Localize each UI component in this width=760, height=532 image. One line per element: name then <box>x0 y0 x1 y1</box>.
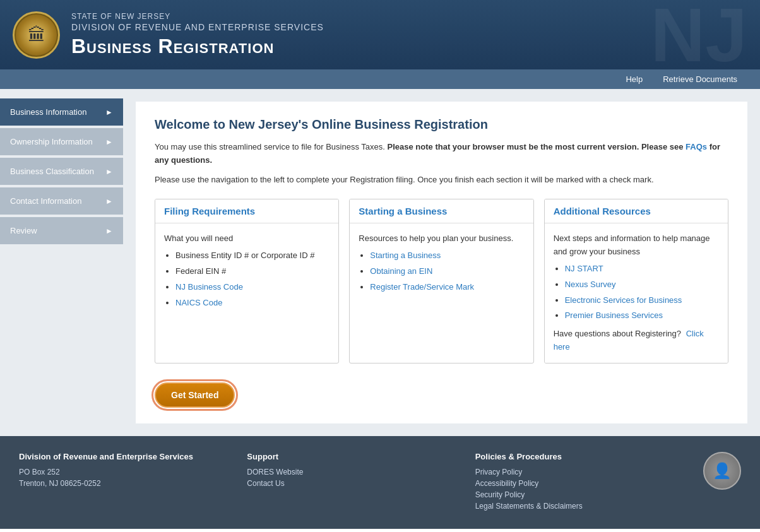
register-trade-link[interactable]: Register Trade/Service Mark <box>370 282 474 292</box>
intro-paragraph-2: Please use the navigation to the left to… <box>155 174 728 187</box>
sidebar-item-business-classification[interactable]: Business Classification ► <box>0 158 123 185</box>
sidebar-item-ownership-information[interactable]: Ownership Information ► <box>0 128 123 155</box>
starting-a-business-card: Starting a Business Resources to help yo… <box>349 199 533 363</box>
footer-address1: PO Box 252 <box>19 468 247 476</box>
additional-resources-card: Additional Resources Next steps and info… <box>544 199 728 363</box>
page-header: 🏛 State of New Jersey Division of Revenu… <box>0 0 760 69</box>
sidebar-item-label: Ownership Information <box>10 137 93 146</box>
security-policy-link[interactable]: Security Policy <box>475 490 703 499</box>
additional-list: NJ START Nexus Survey Electronic Service… <box>554 263 719 322</box>
filing-requirements-card: Filing Requirements What you will need B… <box>155 199 339 363</box>
watermark: NJ <box>651 0 747 78</box>
naics-code-link[interactable]: NAICS Code <box>175 298 222 307</box>
help-link[interactable]: Help <box>615 69 653 89</box>
division-name: Division of Revenue and Enterprise Servi… <box>71 22 324 32</box>
starting-business-link[interactable]: Starting a Business <box>370 251 441 260</box>
list-item: Federal EIN # <box>175 265 330 278</box>
list-item: NJ Business Code <box>175 281 330 294</box>
additional-intro: Next steps and information to help manag… <box>554 233 710 256</box>
list-item: Electronic Services for Business <box>565 294 719 307</box>
cards-row: Filing Requirements What you will need B… <box>155 199 728 363</box>
sidebar-item-label: Business Information <box>10 107 86 117</box>
chevron-right-icon: ► <box>105 167 113 176</box>
list-item: Nexus Survey <box>565 278 719 292</box>
top-navbar: Help Retrieve Documents <box>0 69 760 89</box>
list-item: Starting a Business <box>370 249 524 263</box>
nj-business-code-link[interactable]: NJ Business Code <box>175 282 243 292</box>
seal-inner: 🏛 <box>16 15 57 56</box>
welcome-heading: Welcome to New Jersey's Online Business … <box>155 117 728 132</box>
footer-seal: 👤 <box>703 452 741 490</box>
state-name: State of New Jersey <box>71 12 324 21</box>
starting-list: Starting a Business Obtaining an EIN Reg… <box>359 249 524 293</box>
question-label: Have questions about Registering? <box>554 329 681 338</box>
electronic-services-link[interactable]: Electronic Services for Business <box>565 295 682 305</box>
sidebar-item-business-information[interactable]: Business Information ► <box>0 98 123 126</box>
question-text: Have questions about Registering? Click … <box>554 328 719 354</box>
nj-start-link[interactable]: NJ START <box>565 264 603 273</box>
starting-intro: Resources to help you plan your business… <box>359 233 513 243</box>
sidebar: Business Information ► Ownership Informa… <box>0 89 123 436</box>
page-title: Business Registration <box>71 35 324 58</box>
sidebar-item-contact-information[interactable]: Contact Information ► <box>0 187 123 215</box>
contact-us-link[interactable]: Contact Us <box>247 479 475 488</box>
list-item: Obtaining an EIN <box>370 265 524 278</box>
starting-business-body: Resources to help you plan your business… <box>350 223 533 305</box>
footer-support-col: Support DORES Website Contact Us <box>247 452 475 490</box>
privacy-policy-link[interactable]: Privacy Policy <box>475 468 703 476</box>
header-text-block: State of New Jersey Division of Revenue … <box>71 12 324 58</box>
sidebar-item-label: Review <box>10 226 37 235</box>
additional-resources-header: Additional Resources <box>545 199 728 223</box>
filing-requirements-body: What you will need Business Entity ID # … <box>155 223 338 321</box>
footer-policies-title: Policies & Procedures <box>475 452 703 461</box>
premier-business-link[interactable]: Premier Business Services <box>565 310 663 320</box>
get-started-button[interactable]: Get Started <box>155 382 235 408</box>
chevron-right-icon: ► <box>105 197 113 206</box>
main-content: Welcome to New Jersey's Online Business … <box>123 89 760 436</box>
filing-list: Business Entity ID # or Corporate ID # F… <box>164 249 330 309</box>
footer-seal-icon: 👤 <box>713 462 732 480</box>
list-item: Business Entity ID # or Corporate ID # <box>175 249 330 263</box>
retrieve-documents-link[interactable]: Retrieve Documents <box>653 69 747 89</box>
footer-address2: Trenton, NJ 08625-0252 <box>19 479 247 488</box>
nj-seal: 🏛 <box>13 11 60 59</box>
chevron-right-icon: ► <box>105 138 113 146</box>
sidebar-item-label: Contact Information <box>10 196 81 206</box>
footer-policies-col: Policies & Procedures Privacy Policy Acc… <box>475 452 703 513</box>
footer-org-col: Division of Revenue and Enterprise Servi… <box>19 452 247 490</box>
starting-business-header: Starting a Business <box>350 199 533 223</box>
intro-paragraph-1: You may use this streamlined service to … <box>155 141 728 167</box>
list-item: NJ START <box>565 263 719 276</box>
chevron-right-icon: ► <box>105 227 113 235</box>
additional-resources-body: Next steps and information to help manag… <box>545 223 728 362</box>
list-item: Register Trade/Service Mark <box>370 281 524 294</box>
filing-requirements-header: Filing Requirements <box>155 199 338 223</box>
list-item: Premier Business Services <box>565 309 719 322</box>
obtaining-ein-link[interactable]: Obtaining an EIN <box>370 266 432 276</box>
intro-text-pre: You may use this streamlined service to … <box>155 142 385 151</box>
content-inner: Welcome to New Jersey's Online Business … <box>136 102 747 423</box>
legal-statements-link[interactable]: Legal Statements & Disclaimers <box>475 502 703 511</box>
sidebar-item-review[interactable]: Review ► <box>0 217 123 244</box>
nexus-survey-link[interactable]: Nexus Survey <box>565 280 616 289</box>
page-footer: Division of Revenue and Enterprise Servi… <box>0 436 760 529</box>
dores-website-link[interactable]: DORES Website <box>247 468 475 476</box>
intro-text-bold: Please note that your browser must be th… <box>388 142 684 151</box>
chevron-right-icon: ► <box>105 108 113 117</box>
footer-org-name: Division of Revenue and Enterprise Servi… <box>19 452 247 461</box>
main-layout: Business Information ► Ownership Informa… <box>0 89 760 436</box>
accessibility-policy-link[interactable]: Accessibility Policy <box>475 479 703 488</box>
filing-intro: What you will need <box>164 233 233 243</box>
sidebar-item-label: Business Classification <box>10 167 94 176</box>
faqs-link[interactable]: FAQs <box>686 142 707 151</box>
list-item: NAICS Code <box>175 297 330 310</box>
footer-support-title: Support <box>247 452 475 461</box>
